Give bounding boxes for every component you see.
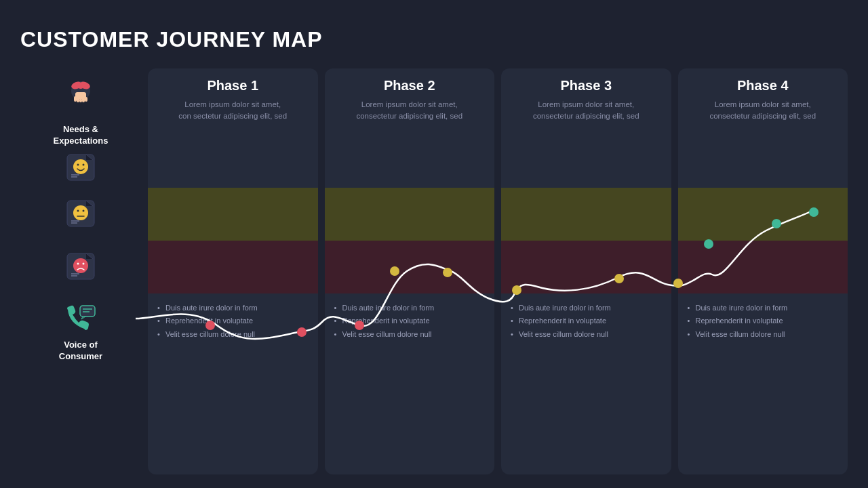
svg-point-17	[73, 205, 88, 220]
voice-label: Voice ofConsumer	[59, 340, 102, 363]
phase-2-header: Phase 2 Lorem ipsum dolor sit amet,conse…	[325, 68, 495, 148]
svg-rect-7	[79, 98, 82, 102]
svg-rect-4	[75, 92, 86, 99]
main-container: CUSTOMER JOURNEY MAP	[0, 0, 868, 488]
svg-rect-9	[85, 97, 87, 102]
phase-1-desc: Lorem ipsum dolor sit amet,con sectetur …	[178, 99, 287, 123]
svg-point-26	[83, 263, 85, 265]
sidebar-needs: Needs &Expectations	[20, 68, 141, 148]
phase-4-header: Phase 4 Lorem ipsum dolor sit amet,conse…	[678, 68, 848, 148]
svg-rect-29	[80, 306, 95, 317]
svg-point-12	[77, 164, 79, 166]
phase-4-desc: Lorem ipsum dolor sit amet,consectetur a…	[709, 99, 816, 123]
bullet-item: Reprehenderit in voluptate	[156, 314, 310, 327]
phase-3-bullets: Duis aute irure dolor in form Reprehende…	[501, 293, 671, 474]
svg-rect-6	[77, 98, 79, 102]
phase-3-desc: Lorem ipsum dolor sit amet,consectetur a…	[533, 99, 639, 123]
phase-1-bullets: Duis aute irure dolor in form Reprehende…	[148, 293, 318, 474]
bullet-item: Velit esse cillum dolore null	[156, 328, 310, 341]
bullet-item: Velit esse cillum dolore null	[509, 328, 663, 341]
sidebar-voice: Voice ofConsumer	[20, 293, 141, 474]
phase-3-header: Phase 3 Lorem ipsum dolor sit amet,conse…	[501, 68, 671, 148]
bullet-item: Duis aute irure dolor in form	[156, 302, 310, 314]
bullet-item: Reprehenderit in voluptate	[509, 314, 663, 327]
bullet-item: Duis aute irure dolor in form	[509, 302, 663, 314]
bullet-item: Reprehenderit in voluptate	[686, 314, 840, 327]
phase-3-card: Phase 3 Lorem ipsum dolor sit amet,conse…	[501, 68, 671, 474]
svg-rect-8	[82, 98, 85, 102]
bullet-item: Velit esse cillum dolore null	[686, 328, 840, 341]
needs-icon	[62, 76, 100, 120]
phases-grid: Phase 1 Lorem ipsum dolor sit amet,con s…	[148, 68, 848, 474]
svg-point-18	[77, 210, 79, 212]
bullet-item: Duis aute irure dolor in form	[333, 302, 487, 314]
sidebar-negative-icon	[20, 241, 141, 293]
needs-label: Needs &Expectations	[54, 124, 108, 147]
bullet-item: Reprehenderit in voluptate	[333, 314, 487, 327]
phase-2-bullets: Duis aute irure dolor in form Reprehende…	[325, 293, 495, 474]
sidebar-neutral-icon	[20, 188, 141, 241]
phase-1-title: Phase 1	[207, 78, 258, 94]
svg-point-19	[83, 210, 85, 212]
phase-2-desc: Lorem ipsum dolor sit amet,consectetur a…	[356, 99, 462, 123]
phase-2-card: Phase 2 Lorem ipsum dolor sit amet,conse…	[325, 68, 495, 474]
phase-1-card: Phase 1 Lorem ipsum dolor sit amet,con s…	[148, 68, 318, 474]
svg-point-3	[78, 83, 83, 89]
phase-4-chart	[678, 148, 848, 293]
svg-point-24	[73, 258, 88, 273]
phase-2-title: Phase 2	[384, 78, 435, 94]
phase-1-chart	[148, 148, 318, 293]
phase-3-chart	[501, 148, 671, 293]
phase-4-card: Phase 4 Lorem ipsum dolor sit amet,conse…	[678, 68, 848, 474]
phase-1-header: Phase 1 Lorem ipsum dolor sit amet,con s…	[148, 68, 318, 148]
svg-point-13	[83, 164, 85, 166]
bullet-item: Duis aute irure dolor in form	[686, 302, 840, 314]
svg-point-25	[77, 263, 79, 265]
sidebar-positive-icon	[20, 148, 141, 188]
sidebar: Needs &Expectations	[20, 68, 141, 474]
svg-point-11	[73, 159, 88, 174]
page-title: CUSTOMER JOURNEY MAP	[20, 27, 848, 52]
phase-4-title: Phase 4	[737, 78, 789, 94]
svg-rect-5	[74, 96, 77, 102]
phase-4-bullets: Duis aute irure dolor in form Reprehende…	[678, 293, 848, 474]
bullet-item: Velit esse cillum dolore null	[333, 328, 487, 341]
phase-2-chart	[325, 148, 495, 293]
phase-3-title: Phase 3	[560, 78, 612, 94]
